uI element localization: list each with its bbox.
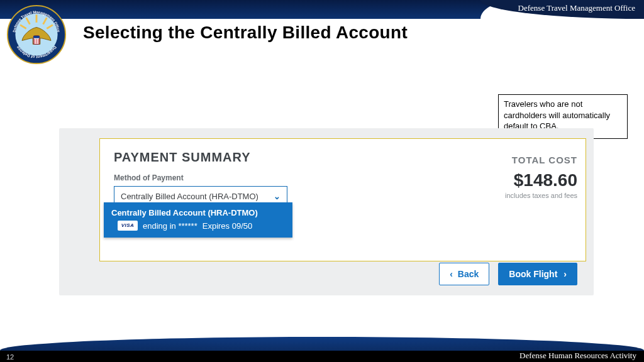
totals-block: TOTAL COST $148.60 includes taxes and fe… xyxy=(464,155,577,199)
page-title: Selecting the Centrally Billed Account xyxy=(83,23,408,43)
chevron-left-icon: ‹ xyxy=(450,269,453,279)
back-button[interactable]: ‹ Back xyxy=(439,263,489,285)
chevron-down-icon: ⌄ xyxy=(274,192,280,201)
top-banner: Defense Travel Management Office xyxy=(0,0,644,19)
activity-label: Defense Human Resources Activity xyxy=(519,351,636,361)
button-row: ‹ Back Book Flight › xyxy=(439,263,577,285)
bottom-banner: 12 Defense Human Resources Activity xyxy=(0,346,644,362)
book-flight-button[interactable]: Book Flight › xyxy=(498,263,577,285)
option-expires: Expires 09/50 xyxy=(203,221,253,232)
option-title: Centrally Billed Account (HRA-DTMO) xyxy=(111,207,285,219)
page-number: 12 xyxy=(6,353,14,361)
total-cost-amount: $148.60 xyxy=(464,170,577,190)
chevron-right-icon: › xyxy=(564,269,567,279)
visa-icon: VISA xyxy=(118,221,138,231)
book-flight-label: Book Flight xyxy=(509,269,557,279)
office-label: Defense Travel Management Office xyxy=(518,3,635,13)
total-cost-label: TOTAL COST xyxy=(464,155,577,165)
payment-method-option[interactable]: Centrally Billed Account (HRA-DTMO) VISA… xyxy=(104,202,292,238)
back-button-label: Back xyxy=(458,269,479,279)
bottom-banner-curve xyxy=(0,337,644,351)
select-value: Centrally Billed Account (HRA-DTMO) xyxy=(121,192,258,201)
svg-rect-8 xyxy=(33,36,40,38)
option-ending: ending in ****** xyxy=(143,221,197,232)
total-cost-note: includes taxes and fees xyxy=(464,192,577,199)
dod-seal-icon: Defense Travel Management Office Departm… xyxy=(6,4,67,65)
